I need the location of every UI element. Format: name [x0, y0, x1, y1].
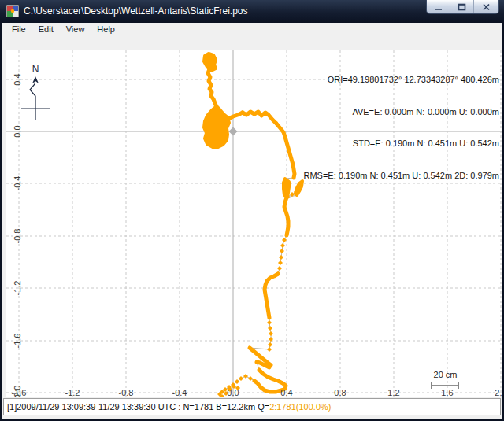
window-title: C:\Users\acer\Desktop\Wettzell-Antaris\S… [24, 0, 248, 23]
track-segment [243, 112, 276, 124]
menu-bar: File Edit View Help [2, 23, 502, 37]
close-button[interactable] [474, 0, 498, 13]
track-point [277, 266, 282, 271]
origin-marker [229, 127, 238, 136]
menu-help[interactable]: Help [91, 23, 121, 36]
track-point [268, 342, 272, 347]
track-point [282, 238, 287, 242]
minimize-button[interactable] [427, 0, 450, 13]
stat-ori: ORI=49.19801732° 12.73343287° 480.426m [303, 75, 499, 86]
status-field: [1]2009/11/29 13:09:39-11/29 13:39:30 UT… [3, 398, 501, 415]
stat-rms: RMS=E: 0.190m N: 0.451m U: 0.542m 2D: 0.… [303, 171, 499, 182]
stat-ave: AVE=E: 0.000m N:-0.000m U:-0.000m [303, 107, 499, 118]
plot-area[interactable]: N ORI=49.19801732° 12.73343287° 480.426m… [6, 50, 502, 398]
track-point [267, 320, 272, 325]
track-point [280, 249, 284, 253]
status-summary: [1]2009/11/29 13:09:39-11/29 13:39:30 UT… [7, 402, 269, 412]
minimize-icon [432, 2, 444, 12]
statistics-overlay: ORI=49.19801732° 12.73343287° 480.426m A… [303, 54, 499, 202]
status-bar: [1]2009/11/29 13:09:39-11/29 13:39:30 UT… [2, 397, 502, 419]
track-segment [265, 274, 278, 318]
menu-view[interactable]: View [60, 23, 91, 36]
scale-bar-label: 20 cm [424, 370, 467, 379]
status-quality: 2:1781(100.0%) [269, 402, 331, 412]
maximize-icon [456, 2, 468, 12]
menu-edit[interactable]: Edit [32, 23, 60, 36]
track-point [268, 326, 272, 331]
track-cluster [284, 179, 289, 198]
track-point [243, 374, 248, 379]
track-point [248, 376, 253, 381]
y-tick-label: -1.2 [13, 281, 22, 296]
y-tick-label: 0.0 [13, 125, 22, 137]
track-point [267, 347, 272, 352]
rtkplot-window: C:\Users\acer\Desktop\Wettzell-Antaris\S… [0, 0, 504, 421]
y-tick-label: -0.4 [13, 176, 22, 191]
y-tick-label: -1.6 [13, 334, 22, 349]
track-point [278, 260, 283, 265]
track-segment [208, 69, 217, 107]
track-segment [284, 198, 288, 235]
track-point [280, 243, 285, 248]
title-bar[interactable]: C:\Users\acer\Desktop\Wettzell-Antaris\S… [0, 0, 504, 23]
menu-file[interactable]: File [6, 23, 32, 36]
y-tick-label: 0.4 [13, 73, 22, 85]
close-icon [480, 2, 492, 12]
window-controls [426, 0, 499, 14]
y-tick-label: -0.8 [13, 229, 22, 244]
app-icon [6, 5, 19, 17]
track-cluster [204, 106, 229, 147]
track-point [279, 255, 284, 260]
maximize-button[interactable] [450, 0, 474, 13]
track-point [269, 331, 273, 336]
stat-std: STD=E: 0.190m N: 0.451m U: 0.542m [303, 138, 499, 150]
